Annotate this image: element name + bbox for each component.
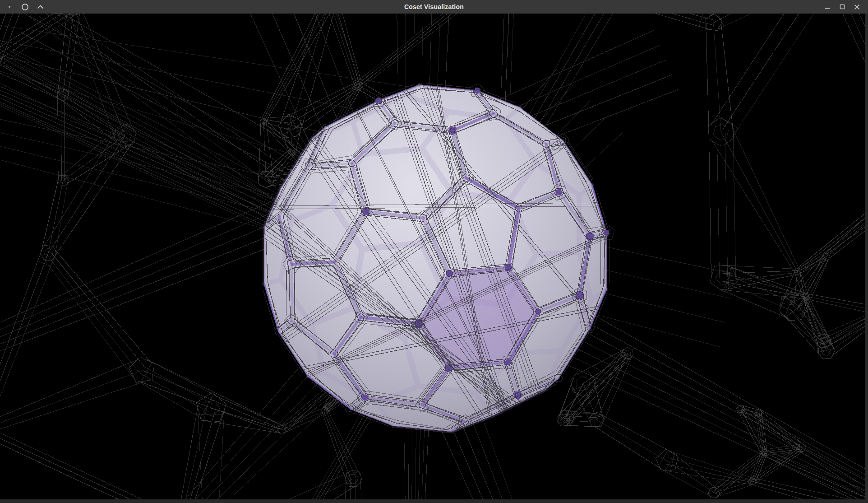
chevron-up-icon[interactable] xyxy=(34,0,46,14)
chevron-up-glyph xyxy=(37,5,44,9)
dot-icon[interactable] xyxy=(4,0,15,14)
dot-glyph xyxy=(9,6,10,8)
close-icon xyxy=(854,4,860,10)
minimize-icon xyxy=(825,4,830,9)
close-button[interactable] xyxy=(850,0,864,14)
window-resize-edge-right[interactable] xyxy=(865,14,868,499)
titlebar-left-icons xyxy=(4,0,46,14)
circle-icon[interactable] xyxy=(19,0,31,14)
coset-3d-viewport[interactable] xyxy=(0,14,865,499)
titlebar[interactable]: Coset Visualization xyxy=(0,0,868,14)
window-resize-edge-bottom[interactable] xyxy=(0,499,868,503)
minimize-button[interactable] xyxy=(820,0,835,14)
window-title: Coset Visualization xyxy=(0,0,868,14)
window-controls xyxy=(820,0,864,14)
maximize-button[interactable] xyxy=(835,0,850,14)
maximize-icon xyxy=(840,4,845,9)
app-window: Coset Visualization xyxy=(0,0,868,503)
circle-glyph xyxy=(22,4,28,10)
